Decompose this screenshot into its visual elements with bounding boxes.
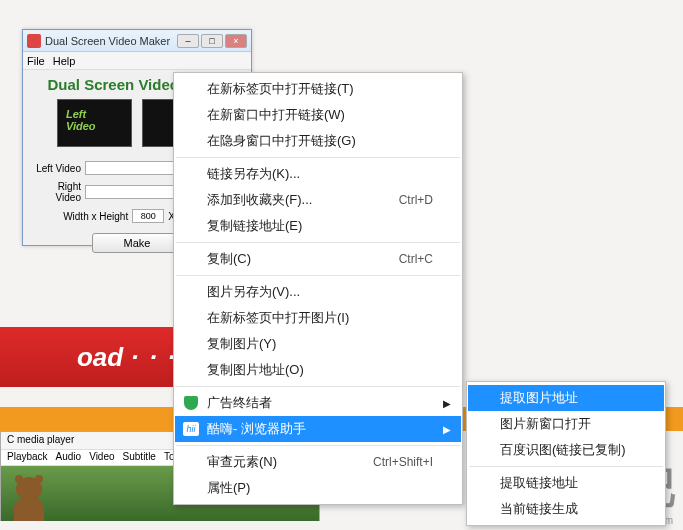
window-title: Dual Screen Video Maker <box>45 35 177 47</box>
menu-file[interactable]: File <box>27 55 45 67</box>
ctx-item-16[interactable]: hii酷嗨- 浏览器助手▶ <box>175 416 461 442</box>
ctx-sub-item-1[interactable]: 图片新窗口打开 <box>468 411 664 437</box>
menu-item-shortcut: Ctrl+D <box>399 193 433 207</box>
vlc-menu-video[interactable]: Video <box>89 451 114 464</box>
menubar: File Help <box>23 52 251 70</box>
ctx-item-10[interactable]: 图片另存为(V)... <box>175 279 461 305</box>
ctx-sub-item-5[interactable]: 当前链接生成 <box>468 496 664 522</box>
ctx-item-13[interactable]: 复制图片地址(O) <box>175 357 461 383</box>
ctx-sub-item-2[interactable]: 百度识图(链接已复制) <box>468 437 664 463</box>
menu-item-label: 复制链接地址(E) <box>207 217 302 235</box>
ctx-item-19[interactable]: 属性(P) <box>175 475 461 501</box>
menu-item-label: 添加到收藏夹(F)... <box>207 191 312 209</box>
ctx-item-6[interactable]: 复制链接地址(E) <box>175 213 461 239</box>
download-dots-icon: · · · <box>131 342 177 373</box>
ctx-item-2[interactable]: 在隐身窗口中打开链接(G) <box>175 128 461 154</box>
close-button[interactable]: × <box>225 34 247 48</box>
menu-item-label: 链接另存为(K)... <box>207 165 300 183</box>
titlebar[interactable]: Dual Screen Video Maker – □ × <box>23 30 251 52</box>
menu-item-label: 广告终结者 <box>207 394 272 412</box>
width-input[interactable] <box>132 209 164 223</box>
menu-separator <box>176 242 460 243</box>
menu-item-label: 当前链接生成 <box>500 500 578 518</box>
make-button[interactable]: Make <box>92 233 182 253</box>
ctx-item-0[interactable]: 在新标签页中打开链接(T) <box>175 76 461 102</box>
app-icon <box>27 34 41 48</box>
dims-label: Width x Height <box>63 211 128 222</box>
ctx-sub-item-0[interactable]: 提取图片地址 <box>468 385 664 411</box>
minimize-button[interactable]: – <box>177 34 199 48</box>
context-submenu: 提取图片地址图片新窗口打开百度识图(链接已复制)提取链接地址当前链接生成 <box>466 381 666 526</box>
chevron-right-icon: ▶ <box>443 398 451 409</box>
ctx-item-18[interactable]: 审查元素(N)Ctrl+Shift+I <box>175 449 461 475</box>
ctx-item-4[interactable]: 链接另存为(K)... <box>175 161 461 187</box>
menu-item-label: 复制(C) <box>207 250 251 268</box>
shield-icon <box>183 395 199 411</box>
chevron-right-icon: ▶ <box>443 424 451 435</box>
left-video-label: Left Video <box>66 108 96 132</box>
menu-separator <box>176 157 460 158</box>
menu-item-shortcut: Ctrl+C <box>399 252 433 266</box>
menu-item-label: 复制图片地址(O) <box>207 361 304 379</box>
menu-item-label: 复制图片(Y) <box>207 335 276 353</box>
left-video-preview[interactable]: Left Video <box>57 99 132 147</box>
download-text: oad <box>77 342 123 373</box>
hii-icon: hii <box>183 421 199 437</box>
menu-item-label: 在新标签页中打开链接(T) <box>207 80 354 98</box>
menu-item-label: 酷嗨- 浏览器助手 <box>207 420 306 438</box>
menu-item-label: 图片新窗口打开 <box>500 415 591 433</box>
bear-cartoon <box>9 475 49 521</box>
ctx-item-15[interactable]: 广告终结者▶ <box>175 390 461 416</box>
menu-item-label: 提取图片地址 <box>500 389 578 407</box>
ctx-item-1[interactable]: 在新窗口中打开链接(W) <box>175 102 461 128</box>
menu-separator <box>176 275 460 276</box>
vlc-menu-subtitle[interactable]: Subtitle <box>123 451 156 464</box>
menu-item-label: 在新标签页中打开图片(I) <box>207 309 349 327</box>
left-video-field-label: Left Video <box>33 163 81 174</box>
ctx-item-11[interactable]: 在新标签页中打开图片(I) <box>175 305 461 331</box>
menu-item-shortcut: Ctrl+Shift+I <box>373 455 433 469</box>
context-menu: 在新标签页中打开链接(T)在新窗口中打开链接(W)在隐身窗口中打开链接(G)链接… <box>173 72 463 505</box>
ctx-item-12[interactable]: 复制图片(Y) <box>175 331 461 357</box>
vlc-menu-audio[interactable]: Audio <box>56 451 82 464</box>
menu-item-label: 百度识图(链接已复制) <box>500 441 626 459</box>
right-video-field-label: Right Video <box>33 181 81 203</box>
menu-item-label: 审查元素(N) <box>207 453 277 471</box>
menu-help[interactable]: Help <box>53 55 76 67</box>
vlc-menu-playback[interactable]: Playback <box>7 451 48 464</box>
ctx-item-5[interactable]: 添加到收藏夹(F)...Ctrl+D <box>175 187 461 213</box>
menu-item-label: 图片另存为(V)... <box>207 283 300 301</box>
menu-item-label: 在隐身窗口中打开链接(G) <box>207 132 356 150</box>
ctx-sub-item-4[interactable]: 提取链接地址 <box>468 470 664 496</box>
maximize-button[interactable]: □ <box>201 34 223 48</box>
menu-item-label: 属性(P) <box>207 479 250 497</box>
menu-separator <box>176 386 460 387</box>
menu-item-label: 提取链接地址 <box>500 474 578 492</box>
menu-separator <box>469 466 663 467</box>
menu-separator <box>176 445 460 446</box>
menu-item-label: 在新窗口中打开链接(W) <box>207 106 345 124</box>
ctx-item-8[interactable]: 复制(C)Ctrl+C <box>175 246 461 272</box>
